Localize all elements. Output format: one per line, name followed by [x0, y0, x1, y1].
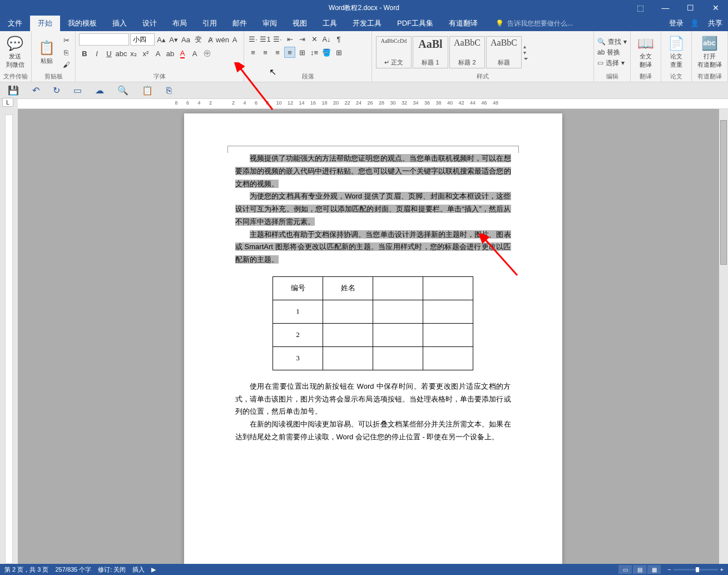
tab-pdf[interactable]: PDF工具集	[389, 16, 441, 31]
tab-insert[interactable]: 插入	[105, 16, 135, 31]
document-page[interactable]: 视频提供了功能强大的方法帮助您证明您的观点。当您单击联机视频时，可以在想要添加的…	[184, 113, 562, 564]
qat-btn-2[interactable]: ☁	[95, 85, 104, 96]
text-effects-button[interactable]: A	[152, 48, 164, 59]
styles-row-up[interactable]: ▴	[523, 43, 529, 49]
tab-layout[interactable]: 布局	[165, 16, 195, 31]
highlight-button[interactable]: ab	[165, 48, 176, 59]
enclose-button[interactable]: ㊥	[201, 48, 212, 59]
distributed-button[interactable]: ⊞	[296, 47, 308, 58]
bullets-button[interactable]: ☰·	[247, 33, 259, 44]
align-justify-button[interactable]: ≡	[284, 47, 295, 58]
asian-layout-button[interactable]: ✕	[309, 33, 320, 44]
tab-mailings[interactable]: 邮件	[225, 16, 255, 31]
tab-tools[interactable]: 工具	[315, 16, 345, 31]
login-link[interactable]: 登录	[669, 18, 684, 28]
change-case-button[interactable]: Aa	[180, 34, 191, 45]
grow-font-button[interactable]: A▴	[156, 34, 167, 45]
align-center-button[interactable]: ≡	[260, 47, 271, 58]
share-button[interactable]: 👤 共享	[690, 18, 722, 28]
tab-youdao[interactable]: 有道翻译	[441, 16, 486, 31]
paste-button[interactable]: 📋 粘贴	[35, 39, 58, 66]
find-button[interactable]: 🔍查找 ▾	[597, 37, 627, 47]
shading-button[interactable]: 🪣	[321, 47, 332, 58]
horizontal-ruler[interactable]: 8642246810121416182022242628303234363840…	[18, 99, 728, 109]
ribbon-display-options[interactable]: ⬚	[628, 0, 653, 16]
tab-review[interactable]: 审阅	[255, 16, 285, 31]
underline-button[interactable]: U	[103, 48, 115, 59]
align-left-button[interactable]: ≡	[247, 47, 259, 58]
send-to-wechat-button[interactable]: 💬 发送 到微信	[3, 34, 27, 70]
phonetic-guide-button[interactable]: 变	[192, 34, 204, 45]
selected-text-p2[interactable]: 为使您的文档具有专业外观，Word 提供了页眉、页脚、封面和文本框设计，这些设计…	[235, 192, 511, 226]
shrink-font-button[interactable]: A▾	[168, 34, 179, 45]
zoom-in-button[interactable]: +	[720, 566, 724, 573]
document-scroll[interactable]: 视频提供了功能强大的方法帮助您证明您的观点。当您单击联机视频时，可以在想要添加的…	[18, 109, 728, 564]
zoom-out-button[interactable]: −	[667, 566, 671, 573]
save-button[interactable]: 💾	[8, 85, 19, 96]
numbering-button[interactable]: ☰1	[260, 33, 271, 44]
qat-btn-1[interactable]: ▭	[73, 85, 82, 96]
tell-me-search[interactable]: 💡 告诉我您想要做什么...	[486, 16, 657, 31]
tab-home[interactable]: 开始	[30, 16, 60, 31]
show-marks-button[interactable]: ¶	[333, 33, 344, 44]
web-layout-button[interactable]: ▦	[647, 565, 661, 574]
font-size-combo[interactable]: 小四	[130, 33, 155, 46]
style-normal[interactable]: AaBbCcDd ↵ 正文	[376, 36, 412, 68]
decrease-indent-button[interactable]: ⇤	[284, 33, 295, 44]
word-count-status[interactable]: 257/835 个字	[55, 566, 91, 574]
font-color-button[interactable]: A	[177, 48, 188, 59]
cut-button[interactable]: ✂	[61, 34, 72, 46]
clear-formatting-button[interactable]: A̷	[205, 34, 216, 45]
copy-button[interactable]: ⎘	[61, 47, 72, 58]
open-youdao-button[interactable]: 🔤 打开 有道翻译	[695, 34, 724, 70]
line-spacing-button[interactable]: ↕≡	[309, 47, 320, 58]
tab-selector[interactable]: L	[2, 98, 13, 107]
superscript-button[interactable]: x²	[140, 48, 151, 59]
bold-button[interactable]: B	[79, 48, 90, 59]
undo-button[interactable]: ↶	[32, 85, 39, 96]
tab-file[interactable]: 文件	[0, 16, 30, 31]
print-layout-button[interactable]: ▤	[633, 565, 646, 574]
style-heading1[interactable]: AaBl 标题 1	[413, 36, 448, 68]
minimize-button[interactable]: —	[653, 0, 678, 16]
qat-btn-5[interactable]: ⎘	[166, 86, 172, 96]
read-mode-button[interactable]: ▭	[618, 565, 632, 574]
align-right-button[interactable]: ≡	[272, 47, 283, 58]
qat-btn-4[interactable]: 📋	[142, 85, 153, 96]
tab-templates[interactable]: 我的模板	[60, 16, 105, 31]
tab-developer[interactable]: 开发工具	[345, 16, 389, 31]
sort-button[interactable]: A↓	[321, 33, 332, 44]
full-translate-button[interactable]: 📖 全文 翻译	[634, 34, 657, 70]
increase-indent-button[interactable]: ⇥	[296, 33, 308, 44]
borders-button[interactable]: ⊞	[333, 47, 344, 58]
selected-text-p3[interactable]: 主题和样式也有助于文档保持协调。当您单击设计并选择新的主题时，图片、图表或 Sm…	[235, 230, 511, 264]
italic-button[interactable]: I	[91, 48, 102, 59]
enclose-char-button[interactable]: A	[229, 34, 240, 45]
subscript-button[interactable]: x₂	[128, 48, 139, 59]
select-button[interactable]: ▭选择 ▾	[597, 58, 627, 68]
page-number-status[interactable]: 第 2 页，共 3 页	[4, 566, 48, 574]
macro-status[interactable]: ▶	[151, 566, 156, 573]
styles-expand[interactable]: ⏷	[523, 56, 529, 62]
close-button[interactable]: ✕	[703, 0, 728, 16]
selected-text-p1[interactable]: 视频提供了功能强大的方法帮助您证明您的观点。当您单击联机视频时，可以在想要添加的…	[235, 154, 511, 188]
styles-row-down[interactable]: ▾	[523, 49, 529, 56]
char-border-button[interactable]: wén	[217, 34, 228, 45]
paper-check-button[interactable]: 📄 论文 查重	[665, 34, 688, 70]
tab-view[interactable]: 视图	[285, 16, 315, 31]
redo-button[interactable]: ↻	[53, 85, 60, 96]
body-text-p5[interactable]: 在新的阅读视图中阅读更加容易。可以折叠文档某些部分并关注所需文本。如果在达到结尾…	[235, 420, 511, 441]
tab-design[interactable]: 设计	[135, 16, 165, 31]
insert-mode-status[interactable]: 插入	[132, 566, 145, 574]
style-title[interactable]: AaBbC 标题	[486, 36, 522, 68]
scrollbar-thumb[interactable]	[720, 120, 727, 265]
vertical-scrollbar[interactable]	[719, 109, 728, 564]
vertical-ruler[interactable]	[0, 109, 18, 564]
tab-references[interactable]: 引用	[195, 16, 225, 31]
zoom-slider[interactable]	[673, 569, 718, 571]
char-shading-button[interactable]: A	[189, 48, 200, 59]
replace-button[interactable]: ab替换	[597, 48, 627, 57]
strikethrough-button[interactable]: abc	[116, 48, 127, 59]
format-painter-button[interactable]: 🖌	[61, 59, 72, 70]
maximize-button[interactable]: ☐	[678, 0, 703, 16]
